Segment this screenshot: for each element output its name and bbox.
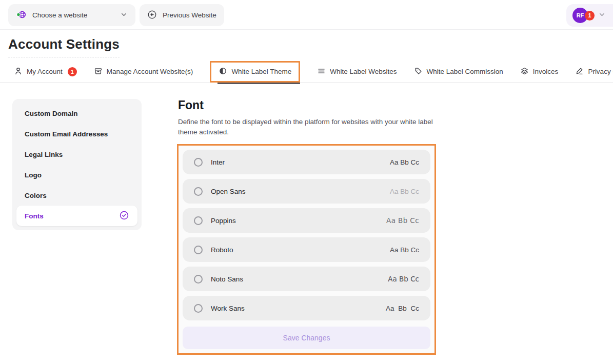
lines-icon <box>317 67 326 77</box>
font-option-open-sans[interactable]: Open Sans Aa Bb Cc <box>183 179 430 204</box>
tab-label: Invoices <box>533 68 559 75</box>
font-name: Roboto <box>211 246 233 254</box>
sidebar-item-fonts[interactable]: Fonts <box>16 206 137 226</box>
tabs-bar: My Account 1 Manage Account Website(s) W… <box>0 61 613 83</box>
sidebar-item-logo[interactable]: Logo <box>16 165 137 185</box>
tab-label: White Label Theme <box>231 68 291 75</box>
tab-label: White Label Websites <box>330 68 397 75</box>
sidebar-item-label: Custom Email Addresses <box>25 130 108 138</box>
page-title: Account Settings <box>8 36 120 57</box>
sidebar-item-label: Colors <box>25 192 47 199</box>
sidebar-item-label: Legal Links <box>25 151 63 158</box>
font-options-panel: Inter Aa Bb Cc Open Sans Aa Bb Cc Poppin… <box>177 144 436 355</box>
tab-label: My Account <box>27 68 63 75</box>
user-icon <box>14 67 23 77</box>
archive-icon <box>94 67 103 77</box>
chevron-down-icon <box>598 11 606 21</box>
contrast-icon <box>219 67 227 77</box>
font-preview: Aa Bb Cc <box>390 158 419 166</box>
tab-badge: 1 <box>68 67 77 76</box>
font-option-roboto[interactable]: Roboto Aa Bb Cc <box>183 237 430 262</box>
previous-website-button[interactable]: Previous Website <box>140 4 224 26</box>
sidebar-item-colors[interactable]: Colors <box>16 185 137 206</box>
tab-my-account[interactable]: My Account 1 <box>14 67 77 77</box>
font-preview: Aa Bb Cc <box>386 305 419 312</box>
font-option-poppins[interactable]: Poppins Aa Bb Cc <box>183 208 430 233</box>
sidebar-item-custom-email-addresses[interactable]: Custom Email Addresses <box>16 124 137 144</box>
active-tab-highlight: White Label Theme <box>210 61 300 83</box>
tab-label: Privacy Consents <box>588 68 613 75</box>
tab-white-label-theme[interactable]: White Label Theme <box>219 67 291 77</box>
section-heading: Font <box>178 98 204 112</box>
tab-invoices[interactable]: Invoices <box>520 67 559 77</box>
sidebar-item-custom-domain[interactable]: Custom Domain <box>16 103 137 124</box>
check-circle-icon <box>119 210 129 222</box>
choose-website-label: Choose a website <box>32 11 87 19</box>
font-option-work-sans[interactable]: Work Sans Aa Bb Cc <box>183 296 430 320</box>
tab-label: White Label Commission <box>427 68 503 75</box>
font-name: Poppins <box>211 217 236 225</box>
pencil-icon <box>575 67 584 77</box>
font-preview: Aa Bb Cc <box>390 188 419 195</box>
font-name: Open Sans <box>211 188 246 195</box>
layers-icon <box>520 67 529 77</box>
tab-white-label-commission[interactable]: White Label Commission <box>414 67 503 77</box>
sidebar-item-label: Logo <box>25 171 42 179</box>
radio-button[interactable] <box>194 158 203 167</box>
font-preview: Aa Bb Cc <box>388 275 419 283</box>
account-menu[interactable]: RF 1 <box>566 4 613 27</box>
font-preview: Aa Bb Cc <box>386 216 419 225</box>
radio-button[interactable] <box>194 187 203 196</box>
font-preview: Aa Bb Cc <box>390 246 419 254</box>
section-description: Define the font to be displayed within t… <box>178 117 434 137</box>
sidebar-item-label: Fonts <box>25 212 44 220</box>
font-option-noto-sans[interactable]: Noto Sans Aa Bb Cc <box>183 267 430 291</box>
radio-button[interactable] <box>194 304 203 313</box>
radio-button[interactable] <box>194 216 203 225</box>
font-name: Work Sans <box>211 305 245 312</box>
save-changes-button[interactable]: Save Changes <box>183 327 430 349</box>
radio-button[interactable] <box>194 246 203 254</box>
tab-white-label-websites[interactable]: White Label Websites <box>317 67 397 77</box>
website-globe-icon <box>16 9 27 22</box>
previous-website-label: Previous Website <box>163 11 216 19</box>
tag-icon <box>414 67 423 77</box>
sidebar-item-label: Custom Domain <box>25 110 78 117</box>
settings-sidebar: Custom Domain Custom Email Addresses Leg… <box>12 99 142 230</box>
sidebar-item-legal-links[interactable]: Legal Links <box>16 144 137 165</box>
tab-label: Manage Account Website(s) <box>107 68 193 75</box>
choose-website-dropdown[interactable]: Choose a website <box>8 4 135 26</box>
tab-privacy-consents[interactable]: Privacy Consents <box>575 67 613 77</box>
arrow-left-circle-icon <box>147 10 157 21</box>
chevron-down-icon <box>120 11 128 20</box>
font-name: Noto Sans <box>211 275 243 283</box>
font-option-inter[interactable]: Inter Aa Bb Cc <box>183 150 430 174</box>
top-bar: Choose a website Previous Website RF 1 <box>0 0 613 30</box>
tab-manage-account-websites[interactable]: Manage Account Website(s) <box>94 67 193 77</box>
radio-button[interactable] <box>194 275 203 284</box>
notification-badge: 1 <box>585 11 595 21</box>
font-name: Inter <box>211 158 225 166</box>
